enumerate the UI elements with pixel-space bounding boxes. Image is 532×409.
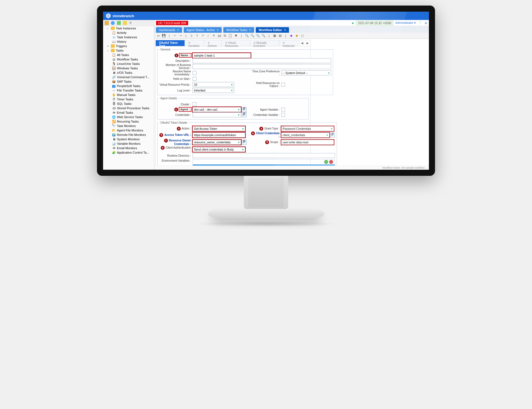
alert-icon[interactable]: 🖥 — [424, 21, 427, 25]
tb-icon[interactable]: 🔍 — [261, 34, 266, 37]
tab-agent-status[interactable]: Agent Status - Active✕ — [184, 27, 222, 33]
tb-icon[interactable]: ↗ — [200, 34, 205, 37]
tb-icon[interactable]: ⤺ — [173, 34, 177, 37]
cred-var-checkbox[interactable] — [281, 113, 285, 117]
tzpref-select[interactable]: -- System Default -- — [281, 70, 331, 75]
ptab-prev-icon[interactable]: ◀ — [299, 40, 305, 46]
agent-var-checkbox[interactable] — [281, 108, 285, 111]
tb-icon[interactable]: ▯ — [189, 34, 194, 37]
member-input[interactable] — [193, 64, 331, 69]
credentials-select[interactable] — [193, 112, 241, 117]
tb-icon[interactable]: ▤ — [278, 34, 282, 37]
sidebar-item-task[interactable]: ↔File Transfer Tasks — [103, 88, 154, 93]
tb-icon[interactable]: ✕ — [211, 34, 216, 37]
sidebar-item-task[interactable]: 🗃Stored Procedure Tasks — [103, 106, 154, 110]
tb-icon[interactable]: ▦ — [272, 34, 277, 37]
tb-icon[interactable]: ⇆ — [222, 34, 227, 37]
resolve-checkbox[interactable] — [193, 71, 196, 75]
tree-activity[interactable]: 📋Activity — [103, 31, 154, 35]
sidebar-item-task[interactable]: 🪟Windows Tasks — [103, 66, 154, 70]
ptab-oauth2-task[interactable]: OAuth2 Token Task — [156, 40, 185, 46]
tb-icon[interactable]: ▭ — [156, 34, 160, 37]
tree-tasks[interactable]: –Tasks — [103, 48, 154, 53]
hold-start-checkbox[interactable] — [193, 77, 196, 81]
tb-icon[interactable]: ▢ — [300, 34, 305, 37]
client-cred-lookup-icon[interactable]: 🗐 — [330, 133, 335, 138]
roc-select[interactable]: resource_owner_credentials — [193, 140, 241, 145]
tree-triggers[interactable]: +Triggers — [103, 44, 154, 48]
tb-icon[interactable]: ⤻ — [178, 34, 183, 37]
sidebar-item-task[interactable]: 📂Agent File Monitors — [103, 128, 154, 133]
ptab-virtual-resources[interactable]: ✕ Virtual Resources — [222, 40, 250, 46]
sidebar-item-task[interactable]: 📊Variable Monitors — [103, 141, 154, 146]
sidebar-item-task[interactable]: 🐧Linux/Unix Tasks — [103, 62, 154, 66]
ptab-mutually-exclusive[interactable]: ✕ Mutually Exclusive — [250, 40, 280, 46]
tree-task-instances[interactable]: –Task Instances — [103, 26, 154, 31]
close-icon[interactable]: ✕ — [216, 28, 219, 32]
description-input[interactable] — [193, 58, 331, 63]
sidebar-item-task[interactable]: 📋All Tasks — [103, 53, 154, 57]
ptab-variables[interactable]: ✕ Variables — [185, 40, 204, 46]
sidebar-item-task[interactable]: 🗄SQL Tasks — [103, 101, 154, 106]
loglevel-select[interactable]: Inherited — [193, 88, 234, 93]
gear-icon[interactable]: ⚙ — [129, 21, 133, 25]
close-icon[interactable]: ✕ — [177, 28, 179, 32]
side-icon-2[interactable] — [111, 21, 115, 25]
sidebar-item-task[interactable]: ✉Email Tasks — [103, 110, 154, 115]
sidebar-item-task[interactable]: 🌍Remote File Monitors — [103, 133, 154, 137]
vrp-select[interactable]: 10 — [193, 82, 234, 87]
sidebar-item-task[interactable]: 🖥z/OS Tasks — [103, 70, 154, 75]
cred-lookup-icon[interactable]: 🗐 — [242, 112, 247, 117]
sidebar-item-task[interactable]: 📦SAP Tasks — [103, 79, 154, 84]
sidebar-item-task[interactable]: 🧩Application Control Ta... — [103, 150, 154, 155]
tb-icon[interactable]: 🔍 — [245, 34, 249, 37]
sidebar-item-task[interactable]: 🔁Recurring Tasks — [103, 119, 154, 124]
sidebar-item-task[interactable]: ⏱Timer Tasks — [103, 97, 154, 101]
ptab-actions[interactable]: ✕ Actions — [204, 40, 221, 46]
side-icon-4[interactable] — [123, 21, 127, 25]
tb-icon[interactable]: 🖂 — [217, 34, 221, 37]
sidebar-item-task[interactable]: 🌐Web Service Tasks — [103, 115, 154, 119]
roc-lookup-icon[interactable]: 🗐 — [242, 140, 247, 145]
tab-dashboards[interactable]: Dashboards✕ — [156, 27, 182, 33]
side-icon-1[interactable] — [105, 21, 109, 25]
name-input[interactable] — [193, 53, 251, 58]
sidebar-item-task[interactable]: 🖥System Monitors — [103, 137, 154, 141]
sidebar-item-task[interactable]: ✋Manual Tasks — [103, 93, 154, 97]
ptab-instances[interactable]: ✕ Instances — [279, 40, 299, 46]
sidebar-item-task[interactable]: 👥PeopleSoft Tasks — [103, 84, 154, 88]
hold-fail-checkbox[interactable] — [281, 83, 285, 87]
tab-workflow-editor[interactable]: Workflow Editor✕ — [256, 27, 289, 33]
tree-task-instances-sub[interactable]: 🗂Task Instances — [103, 35, 154, 39]
close-icon[interactable]: ✕ — [249, 28, 251, 32]
grant-select[interactable]: Password Credentials — [281, 126, 334, 131]
runtime-input[interactable] — [193, 153, 335, 158]
sidebar-item-task[interactable]: 🗂Workflow Tasks — [103, 57, 154, 62]
tb-icon[interactable]: 🔍 — [250, 34, 255, 37]
sidebar-item-task[interactable]: 🔭Task Monitors — [103, 124, 154, 128]
tb-icon[interactable]: 🔍 — [256, 34, 260, 37]
tb-icon[interactable]: ✖ — [234, 34, 238, 37]
tb-icon[interactable]: / — [206, 34, 210, 37]
client-cred-select[interactable]: client_credentials — [281, 133, 329, 138]
scope-input[interactable] — [281, 140, 334, 145]
tree-history[interactable]: 📖History — [103, 39, 154, 44]
tb-icon[interactable]: ◆ — [289, 34, 293, 37]
help-icon[interactable]: ❔ — [418, 21, 422, 25]
sidebar-item-task[interactable]: ✉Email Monitors — [103, 146, 154, 150]
action-select[interactable]: Get Access Token — [193, 126, 245, 131]
ptab-next-icon[interactable]: ▶ — [305, 40, 310, 46]
tab-workflow-tasks[interactable]: Workflow Tasks✕ — [223, 27, 254, 33]
close-icon[interactable]: ✕ — [284, 28, 286, 32]
agent-lookup-icon[interactable]: 🗐 — [242, 107, 247, 112]
user-menu[interactable]: Administrator ▾ — [395, 21, 416, 25]
remove-icon[interactable]: − — [329, 160, 333, 164]
tb-icon[interactable]: 💾 — [162, 34, 166, 37]
add-icon[interactable]: + — [324, 160, 328, 164]
client-auth-select[interactable]: Send client credentials in Body — [193, 147, 245, 152]
sidebar-item-task[interactable]: 🔗Universal Command T... — [103, 75, 154, 79]
tb-icon[interactable]: ◆ — [295, 34, 299, 37]
tb-icon[interactable]: 📋 — [228, 34, 232, 37]
side-icon-3[interactable] — [117, 21, 121, 25]
agent-select[interactable]: dev-ua1 - dev-ua1 — [193, 107, 241, 112]
